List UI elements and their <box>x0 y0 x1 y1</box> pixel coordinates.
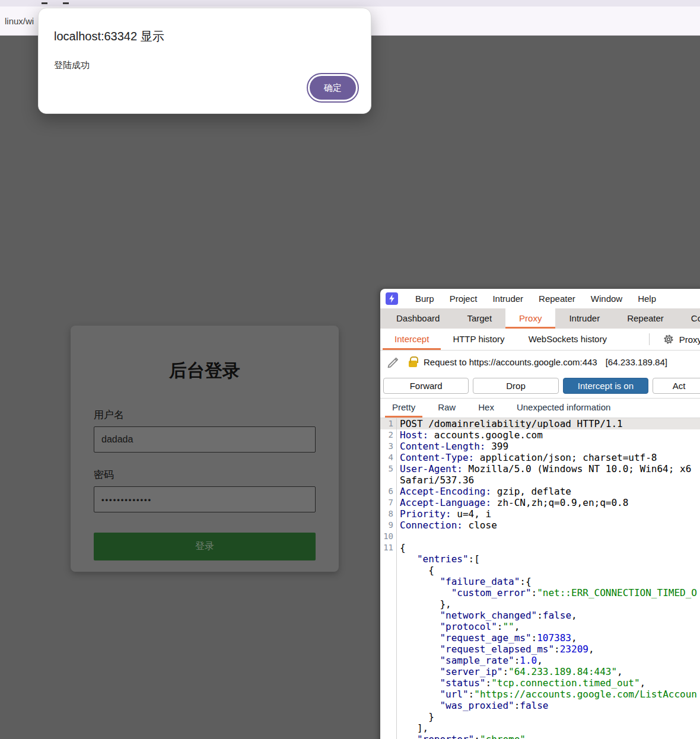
password-field[interactable] <box>94 486 316 512</box>
menu-item-burp[interactable]: Burp <box>408 294 442 304</box>
line-number <box>380 587 397 598</box>
code-row[interactable]: 9Connection: close <box>380 520 700 531</box>
proxy-settings-label: Proxy <box>679 335 700 345</box>
code-row[interactable]: 1POST /domainreliability/upload HTTP/1.1 <box>380 418 700 429</box>
line-number: 7 <box>380 497 397 508</box>
code-row[interactable]: 8Priority: u=4, i <box>380 508 700 520</box>
code-line: Priority: u=4, i <box>397 508 491 520</box>
code-line: "failure_data":{ <box>397 576 532 587</box>
sub-tab-websockets-history[interactable]: WebSockets history <box>517 329 619 350</box>
main-tab-repeater[interactable]: Repeater <box>613 308 677 329</box>
line-number <box>380 553 397 565</box>
code-row[interactable]: 4Content-Type: application/json; charset… <box>380 452 700 463</box>
code-line: ], <box>397 722 428 734</box>
toolbar-text: linux/wi <box>5 16 34 26</box>
code-row[interactable]: 7Accept-Language: zh-CN,zh;q=0.9,en;q=0.… <box>380 497 700 508</box>
code-line: Content-Length: 399 <box>397 441 508 452</box>
drop-button[interactable]: Drop <box>473 378 558 394</box>
request-editor[interactable]: 1POST /domainreliability/upload HTTP/1.1… <box>380 418 700 739</box>
code-line: "custom_error":"net::ERR_CONNECTION_TIME… <box>397 587 697 598</box>
code-line: Accept-Encoding: gzip, deflate <box>397 486 571 497</box>
line-number: 6 <box>380 486 397 497</box>
code-line <box>397 531 400 542</box>
login-button[interactable]: 登录 <box>94 533 316 560</box>
code-row[interactable]: 3Content-Length: 399 <box>380 441 700 452</box>
code-row[interactable]: } <box>380 711 700 722</box>
username-field[interactable] <box>94 426 316 453</box>
code-line: "protocol":"", <box>397 621 520 632</box>
alert-ok-button[interactable]: 确定 <box>310 76 356 100</box>
code-line: }, <box>397 598 451 610</box>
main-tab-target[interactable]: Target <box>453 308 505 329</box>
proxy-settings-group[interactable]: Proxy <box>649 329 700 350</box>
alert-title: localhost:63342 显示 <box>54 28 358 44</box>
line-number <box>380 700 397 711</box>
username-label: 用户名 <box>94 408 316 422</box>
line-number <box>380 610 397 621</box>
code-row[interactable]: 11{ <box>380 542 700 553</box>
code-row[interactable]: "server_ip":"64.233.189.84:443", <box>380 666 700 677</box>
menu-item-window[interactable]: Window <box>583 294 630 304</box>
code-row[interactable]: { <box>380 565 700 576</box>
code-row[interactable]: 6Accept-Encoding: gzip, deflate <box>380 486 700 497</box>
view-tab-hex[interactable]: Hex <box>470 399 502 418</box>
line-number <box>380 711 397 722</box>
main-tab-dashboard[interactable]: Dashboard <box>383 308 453 329</box>
code-row[interactable]: 10 <box>380 531 700 542</box>
sub-tab-intercept[interactable]: Intercept <box>383 329 441 350</box>
intercept-toggle-button[interactable]: Intercept is on <box>563 378 648 394</box>
code-line: "sample_rate":1.0, <box>397 655 543 666</box>
action-button[interactable]: Act <box>653 378 700 394</box>
intercept-button-row: Forward Drop Intercept is on Act <box>380 374 700 398</box>
main-tab-intruder[interactable]: Intruder <box>555 308 613 329</box>
intercept-request-line: Request to https://accounts.google.com:4… <box>380 351 700 374</box>
code-row[interactable]: "failure_data":{ <box>380 576 700 587</box>
code-row[interactable]: 5User-Agent: Mozilla/5.0 (Windows NT 10.… <box>380 463 700 474</box>
code-line: "url":"https://accounts.google.com/ListA… <box>397 689 697 700</box>
code-row[interactable]: "url":"https://accounts.google.com/ListA… <box>380 689 700 700</box>
burp-logo-icon <box>386 292 398 305</box>
code-line: { <box>397 565 434 576</box>
main-tab-proxy[interactable]: Proxy <box>505 308 555 329</box>
sub-tab-http-history[interactable]: HTTP history <box>441 329 516 350</box>
menu-item-intruder[interactable]: Intruder <box>485 294 531 304</box>
menu-item-help[interactable]: Help <box>630 294 664 304</box>
code-row[interactable]: "protocol":"", <box>380 621 700 632</box>
line-number: 4 <box>380 452 397 463</box>
view-tab-unexpected-information[interactable]: Unexpected information <box>508 399 619 418</box>
forward-button[interactable]: Forward <box>383 378 469 394</box>
view-tab-pretty[interactable]: Pretty <box>384 399 424 418</box>
main-tab-co[interactable]: Co <box>677 308 700 329</box>
code-row[interactable]: "status":"tcp.connection.timed_out", <box>380 677 700 689</box>
code-row[interactable]: "entries":[ <box>380 553 700 565</box>
code-row[interactable]: "request_age_ms":107383, <box>380 632 700 644</box>
code-row[interactable]: ], <box>380 722 700 734</box>
code-row[interactable]: "network_changed":false, <box>380 610 700 621</box>
code-row[interactable]: }, <box>380 598 700 610</box>
code-row[interactable]: "custom_error":"net::ERR_CONNECTION_TIME… <box>380 587 700 598</box>
tab-title-fragment <box>63 2 69 4</box>
code-line: "status":"tcp.connection.timed_out", <box>397 677 645 689</box>
view-tab-raw[interactable]: Raw <box>429 399 464 418</box>
line-number <box>380 621 397 632</box>
code-line: Host: accounts.google.com <box>397 429 543 441</box>
gear-icon <box>663 333 674 345</box>
code-row[interactable]: "sample_rate":1.0, <box>380 655 700 666</box>
code-line: "request_age_ms":107383, <box>397 632 577 644</box>
code-row[interactable]: 2Host: accounts.google.com <box>380 429 700 441</box>
line-number: 9 <box>380 520 397 531</box>
menu-item-repeater[interactable]: Repeater <box>531 294 583 304</box>
code-line: { <box>397 542 406 553</box>
code-row[interactable]: Safari/537.36 <box>380 474 700 486</box>
menu-item-project[interactable]: Project <box>442 294 485 304</box>
line-number: 11 <box>380 542 397 553</box>
message-view-tabs: PrettyRawHexUnexpected information <box>380 399 700 418</box>
code-line: "entries":[ <box>397 553 480 565</box>
browser-tab-strip <box>0 0 700 7</box>
code-row[interactable]: "was_proxied":false <box>380 700 700 711</box>
line-number <box>380 644 397 655</box>
code-row[interactable]: "reporter":"chrome" <box>380 734 700 739</box>
code-row[interactable]: "request_elapsed_ms":23209, <box>380 644 700 655</box>
code-line: POST /domainreliability/upload HTTP/1.1 <box>397 418 623 429</box>
alert-ok-button-ring: 确定 <box>307 73 359 103</box>
